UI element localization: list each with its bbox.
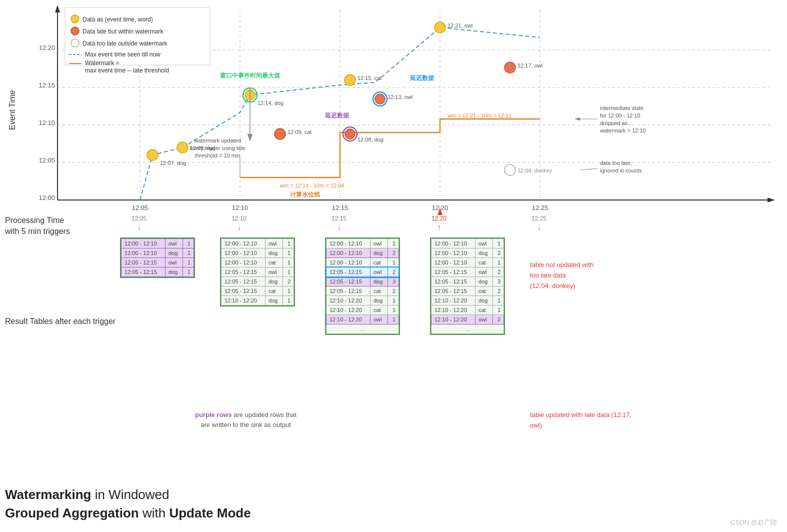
svg-text:12:10: 12:10	[38, 119, 55, 126]
svg-text:12:07, dog: 12:07, dog	[160, 160, 186, 166]
table-row: 12:10 - 12:20 owl 2	[432, 315, 504, 324]
table-2: 12:00 - 12:10 owl 1 12:00 - 12:10 dog 1 …	[220, 238, 295, 306]
svg-point-43	[504, 62, 516, 73]
table-not-updated-note: table not updated withtoo late data(12:0…	[530, 260, 594, 291]
table-3: 12:00 - 12:10 owl 1 12:00 - 12:10 dog 2 …	[325, 238, 400, 335]
trigger-12-15: 12:15 ↓	[332, 215, 346, 232]
table-row: 12:00 - 12:10 dog 2	[432, 248, 504, 258]
trigger-12-25: 12:25 ↓	[532, 215, 546, 232]
svg-text:ignored in counts: ignored in counts	[600, 168, 642, 174]
svg-text:watermark updated: watermark updated	[194, 138, 241, 144]
svg-text:12:21, owl: 12:21, owl	[448, 22, 472, 28]
table-row: 12:05 - 12:15 dog 3	[432, 277, 504, 286]
svg-text:Data too late outside watermar: Data too late outside watermark	[82, 40, 168, 47]
table-row: 12:05 - 12:15 dog 2	[222, 277, 294, 286]
svg-text:12:25: 12:25	[532, 204, 548, 212]
table-row: 12:05 - 12:15 dog 3	[326, 277, 399, 286]
svg-point-36	[345, 129, 355, 139]
svg-point-31	[274, 128, 286, 140]
svg-point-39	[375, 94, 385, 104]
table-row: 12:00 - 12:10 dog 1	[122, 248, 194, 258]
svg-text:12:04, donkey: 12:04, donkey	[518, 168, 552, 174]
svg-text:intermediate state: intermediate state	[600, 105, 644, 111]
svg-text:12:17, owl: 12:17, owl	[518, 62, 542, 68]
svg-point-26	[177, 142, 188, 153]
table-row: 12:00 - 12:10 cat 1	[432, 258, 504, 268]
svg-text:for 12:00 - 12:10: for 12:00 - 12:10	[600, 112, 640, 118]
table-row: 12:10 - 12:20 cat 1	[432, 306, 504, 315]
svg-text:窗口中事件时间最大值: 窗口中事件时间最大值	[220, 72, 280, 79]
table-row: 12:05 - 12:15 dog 1	[122, 268, 194, 277]
svg-text:max event time -- late thresho: max event time -- late threshold	[85, 67, 169, 74]
table-row: 12:10 - 12:20 dog 1	[326, 296, 399, 306]
svg-text:Watermark =: Watermark =	[85, 60, 120, 66]
table-row: 12:05 - 12:15 owl 1	[122, 258, 194, 268]
svg-text:12:14, dog: 12:14, dog	[258, 100, 284, 106]
table-row: 12:05 - 12:15 owl 2	[326, 268, 399, 277]
table-row: 12:05 - 12:15 cat 1	[222, 286, 294, 296]
bottom-area: Processing Time with 5 min triggers 12:0…	[0, 215, 787, 532]
svg-text:wm = 12:21 - 10m = 12:11: wm = 12:21 - 10m = 12:11	[447, 112, 512, 118]
trigger-12-20: 12:20 ↑	[432, 215, 446, 232]
result-tables-label: Result Tables after each trigger	[5, 315, 116, 328]
table-4: 12:00 - 12:10 owl 1 12:00 - 12:10 dog 2 …	[430, 238, 505, 335]
svg-text:data too late,: data too late,	[600, 160, 632, 166]
svg-text:12:15, cat: 12:15, cat	[358, 75, 382, 81]
footer-title: Watermarking in Windowed Grouped Aggrega…	[5, 486, 251, 522]
table-row: 12:05 - 12:15 owl 1	[222, 268, 294, 277]
svg-text:延迟数据: 延迟数据	[410, 74, 434, 82]
svg-text:12:08, dog: 12:08, dog	[358, 136, 384, 142]
svg-line-75	[580, 168, 598, 170]
svg-text:12:15: 12:15	[38, 82, 55, 89]
table-row: ...	[432, 324, 504, 334]
svg-marker-3	[768, 198, 775, 202]
svg-text:12:20: 12:20	[38, 44, 55, 52]
chart-area: 12:00 12:05 12:10 12:15 12:20 Event Time…	[0, 0, 787, 215]
svg-text:Data late but within watermark: Data late but within watermark	[82, 28, 164, 35]
table-row: ...	[326, 324, 399, 334]
table-row: 12:00 - 12:10 cat 1	[326, 258, 399, 268]
svg-text:every trigger using late: every trigger using late	[190, 145, 245, 151]
svg-text:12:05: 12:05	[132, 204, 148, 212]
table-row: 12:00 - 12:10 owl 1	[222, 239, 294, 248]
table-row: 12:10 - 12:20 dog 1	[432, 296, 504, 306]
table-row: 12:00 - 12:10 owl 1	[122, 239, 194, 248]
svg-text:dropped as: dropped as	[600, 120, 628, 126]
table-row: 12:10 - 12:20 dog 1	[222, 296, 294, 306]
svg-point-41	[434, 22, 446, 33]
svg-marker-1	[55, 5, 60, 12]
svg-point-50	[71, 27, 79, 35]
svg-text:12:05: 12:05	[38, 156, 55, 164]
trigger-12-10: 12:10 ↓	[232, 215, 246, 232]
purple-rows-annotation: purple rows are updated rows thatare wri…	[195, 410, 296, 430]
svg-text:计算水位线: 计算水位线	[290, 191, 320, 198]
svg-text:watermark > 12:10: watermark > 12:10	[600, 128, 646, 134]
svg-text:threshold = 10 min: threshold = 10 min	[195, 152, 240, 158]
table-row: 12:00 - 12:10 cat 1	[222, 258, 294, 268]
svg-point-33	[344, 74, 356, 86]
table-row: 12:00 - 12:10 owl 1	[432, 239, 504, 248]
table-row: 12:00 - 12:10 dog 2	[326, 248, 399, 258]
svg-text:12:13, owl: 12:13, owl	[388, 94, 412, 100]
svg-point-52	[71, 39, 79, 47]
svg-text:Max event time seen till now: Max event time seen till now	[85, 51, 160, 58]
table-row: 12:10 - 12:20 cat 1	[326, 306, 399, 315]
table-row: 12:05 - 12:15 cat 2	[326, 286, 399, 296]
svg-text:12:10: 12:10	[232, 204, 248, 212]
processing-time-label: Processing Time with 5 min triggers	[5, 215, 70, 238]
table-row: 12:00 - 12:10 dog 1	[222, 248, 294, 258]
table-updated-note: table updated with late data (12:17, owl…	[530, 410, 640, 431]
svg-text:12:09, cat: 12:09, cat	[288, 129, 312, 135]
svg-text:延迟数据: 延迟数据	[324, 112, 350, 119]
svg-text:12:00: 12:00	[38, 194, 55, 202]
table-row: 12:10 - 12:20 owl 1	[326, 315, 399, 324]
table-row: 12:05 - 12:15 cat 2	[432, 286, 504, 296]
table-1: 12:00 - 12:10 owl 1 12:00 - 12:10 dog 1 …	[120, 238, 195, 278]
table-row: 12:05 - 12:15 owl 2	[432, 268, 504, 277]
csdn-credit: CSDN @赵广陆	[730, 518, 777, 527]
svg-text:12:15: 12:15	[332, 204, 348, 212]
svg-point-45	[504, 164, 516, 176]
svg-point-24	[147, 150, 158, 160]
svg-text:Event Time: Event Time	[8, 90, 16, 130]
trigger-12-05: 12:05 ↓	[132, 215, 146, 232]
